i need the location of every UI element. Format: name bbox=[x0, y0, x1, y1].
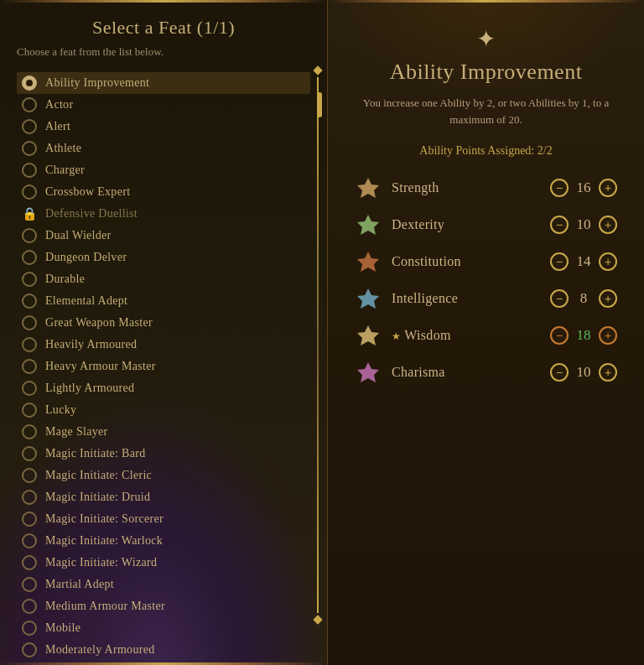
feat-item-magic-initiate-bard[interactable]: Magic Initiate: Bard bbox=[17, 443, 310, 465]
feat-list: Ability Improvement Actor Alert Athlete … bbox=[17, 72, 310, 659]
ability-points-value: 2/2 bbox=[538, 144, 553, 157]
feat-radio-mage-slayer[interactable] bbox=[22, 424, 37, 439]
feat-radio-dual-wielder[interactable] bbox=[22, 228, 37, 243]
feat-item-great-weapon-master[interactable]: Great Weapon Master bbox=[17, 312, 310, 334]
ability-row-strength: Strength − 16 + bbox=[348, 174, 624, 201]
feat-item-magic-initiate-sorcerer[interactable]: Magic Initiate: Sorcerer bbox=[17, 508, 310, 530]
feat-radio-mobile[interactable] bbox=[22, 621, 37, 636]
ability-minus-charisma[interactable]: − bbox=[550, 363, 569, 382]
feat-item-actor[interactable]: Actor bbox=[17, 94, 310, 116]
ability-minus-constitution[interactable]: − bbox=[550, 252, 569, 271]
ability-row-charisma: Charisma − 10 + bbox=[348, 359, 624, 386]
ability-plus-constitution[interactable]: + bbox=[599, 252, 617, 271]
feat-detail-title: Ability Improvement bbox=[348, 60, 624, 85]
feat-item-martial-adept[interactable]: Martial Adept bbox=[17, 574, 310, 595]
feat-item-medium-armour-master[interactable]: Medium Armour Master bbox=[17, 595, 310, 617]
ability-plus-wisdom[interactable]: + bbox=[599, 326, 617, 345]
feat-radio-magic-initiate-cleric[interactable] bbox=[22, 468, 37, 483]
feat-item-lightly-armoured[interactable]: Lightly Armoured bbox=[17, 377, 310, 399]
feat-name-lightly-armoured: Lightly Armoured bbox=[45, 382, 134, 395]
feat-name-magic-initiate-warlock: Magic Initiate: Warlock bbox=[45, 534, 163, 548]
feat-radio-magic-initiate-bard[interactable] bbox=[22, 446, 37, 461]
ability-minus-wisdom[interactable]: − bbox=[550, 326, 569, 345]
ability-plus-intelligence[interactable]: + bbox=[599, 289, 617, 308]
feat-radio-lucky[interactable] bbox=[22, 403, 37, 418]
feat-item-mage-slayer[interactable]: Mage Slayer bbox=[17, 421, 310, 443]
feat-radio-athlete[interactable] bbox=[22, 141, 37, 156]
feat-radio-elemental-adept[interactable] bbox=[22, 294, 37, 309]
feat-radio-martial-adept[interactable] bbox=[22, 577, 37, 592]
feat-lock-defensive-duellist: 🔒 bbox=[22, 206, 37, 221]
ability-plus-strength[interactable]: + bbox=[599, 179, 617, 197]
svg-marker-0 bbox=[357, 178, 379, 198]
feat-name-great-weapon-master: Great Weapon Master bbox=[45, 316, 153, 330]
feat-radio-great-weapon-master[interactable] bbox=[22, 315, 37, 330]
svg-marker-5 bbox=[357, 362, 379, 382]
page-subtitle: Choose a feat from the list below. bbox=[17, 45, 310, 59]
feat-radio-dungeon-delver[interactable] bbox=[22, 250, 37, 265]
feat-radio-crossbow-expert[interactable] bbox=[22, 184, 37, 200]
feat-item-durable[interactable]: Durable bbox=[17, 268, 310, 290]
feat-radio-durable[interactable] bbox=[22, 272, 37, 287]
feat-name-martial-adept: Martial Adept bbox=[45, 578, 114, 591]
ability-name-intelligence: Intelligence bbox=[392, 291, 550, 306]
ability-row-constitution: Constitution − 14 + bbox=[348, 248, 624, 275]
feat-name-actor: Actor bbox=[45, 98, 73, 112]
ability-points-text: Ability Points Assigned: bbox=[419, 144, 534, 157]
ability-rows-container: Strength − 16 + Dexterity − 10 + Constit… bbox=[348, 174, 624, 386]
feat-item-defensive-duellist[interactable]: 🔒 Defensive Duellist bbox=[17, 203, 310, 225]
left-content: Select a Feat (1/1) Choose a feat from t… bbox=[0, 0, 327, 665]
feat-name-athlete: Athlete bbox=[45, 142, 81, 155]
ability-row-dexterity: Dexterity − 10 + bbox=[348, 211, 624, 238]
feat-item-magic-initiate-warlock[interactable]: Magic Initiate: Warlock bbox=[17, 530, 310, 552]
feat-item-magic-initiate-druid[interactable]: Magic Initiate: Druid bbox=[17, 486, 310, 508]
feat-radio-heavy-armour-master[interactable] bbox=[22, 359, 37, 374]
ability-minus-dexterity[interactable]: − bbox=[550, 216, 569, 234]
left-panel: Select a Feat (1/1) Choose a feat from t… bbox=[0, 0, 327, 665]
feat-name-magic-initiate-wizard: Magic Initiate: Wizard bbox=[45, 556, 157, 569]
feat-item-alert[interactable]: Alert bbox=[17, 116, 310, 138]
feat-radio-charger[interactable] bbox=[22, 163, 37, 178]
feat-item-heavily-armoured[interactable]: Heavily Armoured bbox=[17, 334, 310, 356]
ability-plus-charisma[interactable]: + bbox=[599, 363, 617, 382]
feat-item-athlete[interactable]: Athlete bbox=[17, 138, 310, 159]
feat-radio-magic-initiate-warlock[interactable] bbox=[22, 533, 37, 548]
feat-name-medium-armour-master: Medium Armour Master bbox=[45, 600, 165, 613]
ability-minus-strength[interactable]: − bbox=[550, 179, 569, 197]
feat-radio-lightly-armoured[interactable] bbox=[22, 381, 37, 396]
feat-radio-magic-initiate-sorcerer[interactable] bbox=[22, 512, 37, 527]
feat-radio-moderately-armoured[interactable] bbox=[22, 642, 37, 657]
ability-value-intelligence: 8 bbox=[572, 290, 595, 307]
feat-radio-heavily-armoured[interactable] bbox=[22, 337, 37, 352]
feat-name-moderately-armoured: Moderately Armoured bbox=[45, 643, 155, 657]
feat-radio-magic-initiate-druid[interactable] bbox=[22, 490, 37, 505]
ability-name-strength: Strength bbox=[392, 180, 550, 195]
feat-icon-area: ✦ bbox=[348, 25, 624, 53]
feat-radio-magic-initiate-wizard[interactable] bbox=[22, 555, 37, 570]
feat-item-dungeon-delver[interactable]: Dungeon Delver bbox=[17, 247, 310, 268]
feat-item-mobile[interactable]: Mobile bbox=[17, 617, 310, 639]
feat-item-lucky[interactable]: Lucky bbox=[17, 399, 310, 421]
feat-name-heavy-armour-master: Heavy Armour Master bbox=[45, 360, 156, 373]
ability-icon-intelligence bbox=[355, 285, 382, 312]
feat-item-charger[interactable]: Charger bbox=[17, 159, 310, 181]
feat-item-dual-wielder[interactable]: Dual Wielder bbox=[17, 225, 310, 247]
feat-item-magic-initiate-wizard[interactable]: Magic Initiate: Wizard bbox=[17, 552, 310, 574]
feat-name-lucky: Lucky bbox=[45, 403, 76, 417]
svg-marker-4 bbox=[357, 325, 379, 345]
feat-radio-alert[interactable] bbox=[22, 119, 37, 134]
feat-item-moderately-armoured[interactable]: Moderately Armoured bbox=[17, 639, 310, 659]
feat-item-ability-improvement[interactable]: Ability Improvement bbox=[17, 72, 310, 94]
ability-value-charisma: 10 bbox=[572, 364, 595, 381]
feat-item-magic-initiate-cleric[interactable]: Magic Initiate: Cleric bbox=[17, 465, 310, 486]
feat-radio-medium-armour-master[interactable] bbox=[22, 599, 37, 614]
feat-radio-actor[interactable] bbox=[22, 97, 37, 112]
feat-item-heavy-armour-master[interactable]: Heavy Armour Master bbox=[17, 356, 310, 377]
feat-name-heavily-armoured: Heavily Armoured bbox=[45, 338, 137, 351]
feat-item-elemental-adept[interactable]: Elemental Adept bbox=[17, 290, 310, 312]
feat-item-crossbow-expert[interactable]: Crossbow Expert bbox=[17, 181, 310, 203]
feat-name-magic-initiate-bard: Magic Initiate: Bard bbox=[45, 447, 146, 460]
ability-plus-dexterity[interactable]: + bbox=[599, 216, 617, 234]
feat-radio-ability-improvement[interactable] bbox=[22, 75, 37, 91]
ability-minus-intelligence[interactable]: − bbox=[550, 289, 569, 308]
